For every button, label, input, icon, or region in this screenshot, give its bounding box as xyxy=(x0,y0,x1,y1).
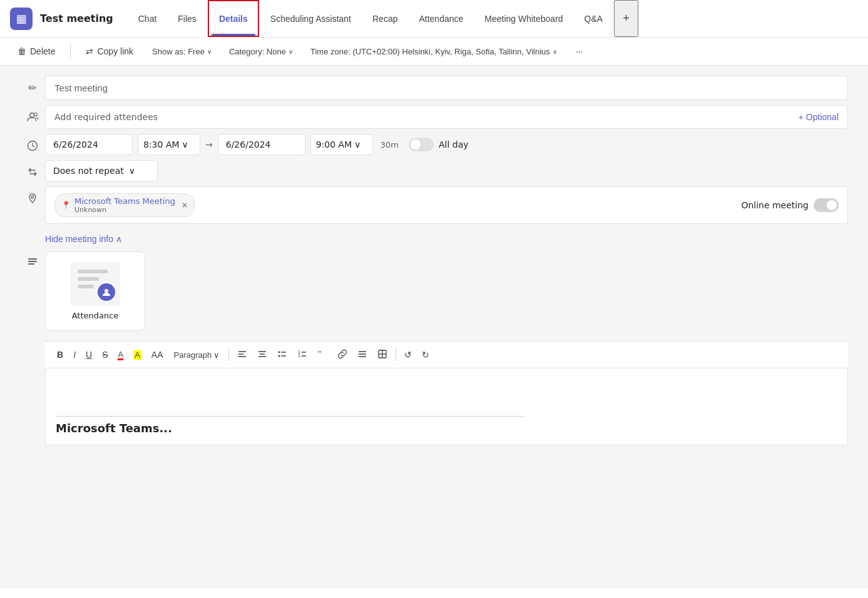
allday-toggle-switch[interactable] xyxy=(409,138,434,151)
attendance-label: Attendance xyxy=(72,311,119,320)
copy-link-button[interactable]: ⇄ Copy link xyxy=(78,43,141,60)
tab-chat[interactable]: Chat xyxy=(128,0,167,37)
delete-button[interactable]: 🗑 Delete xyxy=(10,43,63,60)
hide-meeting-info-section: Hide meeting info ∧ xyxy=(20,229,848,246)
chip-text: Microsoft Teams Meeting Unknown xyxy=(74,196,175,214)
tab-whiteboard[interactable]: Meeting Whiteboard xyxy=(474,0,573,37)
more-icon: ··· xyxy=(576,46,583,56)
bullet-list-button[interactable] xyxy=(273,347,292,363)
italic-button[interactable]: I xyxy=(69,348,80,362)
numbered-list-button[interactable]: 1.2. xyxy=(293,347,312,363)
copy-link-icon: ⇄ xyxy=(86,46,93,56)
duration-text: 30m xyxy=(380,140,399,150)
para-chevron-icon: ∨ xyxy=(213,350,220,360)
chevron-up-icon: ∧ xyxy=(116,234,122,244)
attendance-card[interactable]: Attendance xyxy=(45,251,145,331)
allday-toggle: All day xyxy=(409,138,469,151)
main-content: ✏ Add required attendees + Optional 6/26… xyxy=(0,66,868,589)
body-icon xyxy=(20,251,45,268)
hide-meeting-info-button[interactable]: Hide meeting info ∧ xyxy=(45,234,122,244)
teams-meeting-chip: 📍 Microsoft Teams Meeting Unknown × xyxy=(54,193,195,217)
tab-files[interactable]: Files xyxy=(168,0,207,37)
tab-details[interactable]: Details xyxy=(208,0,259,37)
align-left-button[interactable] xyxy=(233,347,252,363)
more-options-button[interactable]: ··· xyxy=(568,43,591,60)
editor-divider xyxy=(56,416,524,417)
attendees-row: Add required attendees + Optional xyxy=(20,105,848,129)
attendees-field[interactable]: Add required attendees + Optional xyxy=(45,105,848,129)
editor-ms-teams-text: Microsoft Teams... xyxy=(56,422,172,435)
redo-button[interactable]: ↻ xyxy=(417,348,434,362)
start-time-select[interactable]: 8:30 AM ∨ xyxy=(138,134,200,155)
chevron-down-icon-2: ∨ xyxy=(288,48,293,55)
repeat-dropdown[interactable]: Does not repeat ∨ xyxy=(45,160,158,181)
justify-button[interactable] xyxy=(353,347,372,363)
body-content: Attendance xyxy=(45,251,145,331)
align-center-button[interactable] xyxy=(253,347,272,363)
strikethrough-button[interactable]: S xyxy=(98,348,112,362)
attendees-icon xyxy=(20,105,45,123)
show-as-dropdown[interactable]: Show as: Free ∨ xyxy=(146,43,218,60)
underline-button[interactable]: U xyxy=(81,348,96,362)
time-chevron-icon: ∨ xyxy=(182,139,188,150)
delete-icon: 🗑 xyxy=(18,46,26,56)
allday-label: All day xyxy=(439,139,469,150)
svg-text:2.: 2. xyxy=(298,353,302,358)
arrow-icon: → xyxy=(205,139,213,150)
thumb-line-2 xyxy=(78,277,99,281)
nav-tabs: Chat Files Details Scheduling Assistant … xyxy=(128,0,638,37)
datetime-container: 6/26/2024 8:30 AM ∨ → 6/26/2024 9:00 AM … xyxy=(45,134,848,155)
svg-point-14 xyxy=(278,352,280,353)
insert-link-button[interactable] xyxy=(333,347,352,363)
toolbar: 🗑 Delete ⇄ Copy link Show as: Free ∨ Cat… xyxy=(0,38,868,66)
start-date-input[interactable]: 6/26/2024 xyxy=(45,134,133,155)
category-dropdown[interactable]: Category: None ∨ xyxy=(223,43,299,60)
title-row: ✏ xyxy=(20,76,848,100)
table-button[interactable] xyxy=(373,347,392,363)
online-meeting-switch[interactable] xyxy=(814,198,839,212)
attendance-avatar-icon xyxy=(98,283,115,301)
end-date-input[interactable]: 6/26/2024 xyxy=(218,134,305,155)
end-time-select[interactable]: 9:00 AM ∨ xyxy=(310,134,373,155)
online-meeting-label: Online meeting xyxy=(741,200,809,210)
attendees-placeholder: Add required attendees xyxy=(54,112,158,122)
quote-button[interactable]: " xyxy=(313,347,332,363)
tab-recap[interactable]: Recap xyxy=(362,0,407,37)
font-size-button[interactable]: AA xyxy=(147,348,168,362)
meeting-title-input[interactable] xyxy=(45,76,848,100)
paragraph-dropdown[interactable]: Paragraph ∨ xyxy=(169,348,225,362)
undo-button[interactable]: ↺ xyxy=(400,348,416,362)
font-highlight-button[interactable]: A xyxy=(129,348,146,362)
tab-scheduling[interactable]: Scheduling Assistant xyxy=(260,0,361,37)
svg-point-1 xyxy=(34,113,38,116)
location-row: 📍 Microsoft Teams Meeting Unknown × Onli… xyxy=(20,186,848,224)
app-logo: ▦ xyxy=(10,8,33,30)
location-container: 📍 Microsoft Teams Meeting Unknown × Onli… xyxy=(45,186,848,224)
svg-text:": " xyxy=(318,350,322,359)
chevron-down-icon-3: ∨ xyxy=(553,48,557,55)
format-toolbar: B I U S A A AA Paragraph ∨ xyxy=(45,341,848,368)
end-time-chevron-icon: ∨ xyxy=(354,139,360,150)
bold-button[interactable]: B xyxy=(53,348,68,362)
svg-point-0 xyxy=(30,113,34,118)
svg-point-16 xyxy=(278,355,280,357)
repeat-row: Does not repeat ∨ xyxy=(20,160,848,181)
svg-point-7 xyxy=(105,289,108,293)
svg-rect-4 xyxy=(28,258,37,260)
svg-rect-5 xyxy=(28,261,37,262)
thumb-line-3 xyxy=(78,285,94,288)
tab-qa[interactable]: Q&A xyxy=(574,0,613,37)
tab-attendance[interactable]: Attendance xyxy=(409,0,473,37)
font-color-button[interactable]: A xyxy=(113,347,128,363)
timezone-dropdown[interactable]: Time zone: (UTC+02:00) Helsinki, Kyiv, R… xyxy=(304,43,563,60)
chip-close-button[interactable]: × xyxy=(181,201,188,210)
chip-location-icon: 📍 xyxy=(61,201,71,210)
editor-area[interactable]: Microsoft Teams... xyxy=(45,368,848,445)
thumb-line-1 xyxy=(78,270,108,273)
attendance-thumbnail xyxy=(70,262,120,306)
optional-button[interactable]: + Optional xyxy=(799,112,839,122)
add-tab-button[interactable]: + xyxy=(614,0,638,37)
fmt-divider-2 xyxy=(396,348,396,361)
app-title: Test meeting xyxy=(40,13,113,24)
svg-point-3 xyxy=(31,196,34,198)
